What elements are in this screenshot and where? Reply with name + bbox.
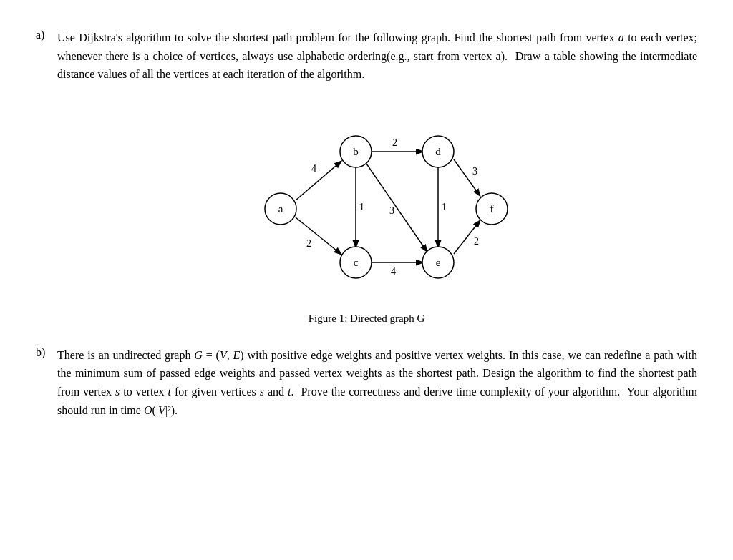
figure-container: 4 2 1 2 3 4 3 1 2 a [36,98,697,325]
svg-text:3: 3 [389,205,394,216]
problem-a-label: a) [36,29,57,84]
svg-text:2: 2 [306,238,311,249]
svg-text:4: 4 [311,163,316,174]
svg-text:f: f [490,203,494,215]
svg-text:a: a [278,203,283,215]
svg-text:2: 2 [392,137,397,148]
svg-text:c: c [354,257,359,268]
figure-caption: Figure 1: Directed graph G [309,313,424,325]
svg-line-12 [454,159,480,195]
svg-text:1: 1 [442,202,447,212]
svg-text:1: 1 [359,202,364,212]
svg-text:4: 4 [391,266,396,277]
svg-text:b: b [353,146,359,157]
problem-a-section: a) Use Dijkstra's algorithm to solve the… [36,29,697,84]
problem-b-text: There is an undirected graph G = (V, E) … [57,346,697,419]
graph-svg: 4 2 1 2 3 4 3 1 2 a [216,98,517,305]
svg-line-8 [366,164,427,251]
svg-line-0 [296,162,341,200]
problem-b-label: b) [36,346,57,419]
svg-text:3: 3 [472,166,477,177]
svg-text:d: d [435,146,441,157]
problem-b-section: b) There is an undirected graph G = (V, … [36,346,697,419]
vertex-a-ref: a [618,31,624,44]
problem-a-text: Use Dijkstra's algorithm to solve the sh… [57,29,697,84]
svg-text:2: 2 [474,236,479,247]
svg-line-2 [296,217,341,254]
svg-text:e: e [436,257,441,268]
